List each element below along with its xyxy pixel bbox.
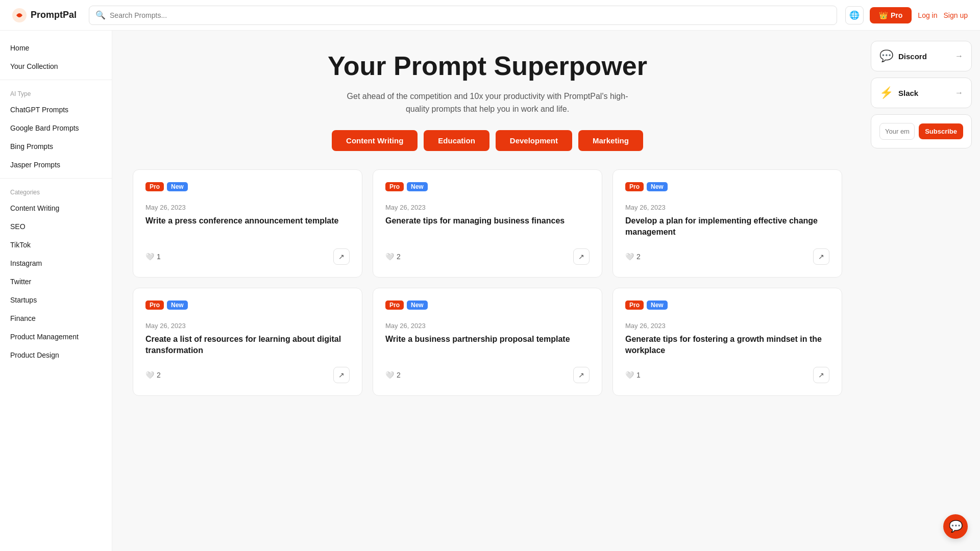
email-input[interactable] (879, 123, 915, 140)
badge-new: New (647, 182, 668, 191)
card-5-date: May 26, 2023 (385, 322, 590, 330)
badge-new: New (167, 182, 188, 191)
sidebar-item-tiktok[interactable]: TikTok (0, 236, 112, 254)
sidebar-item-startups[interactable]: Startups (0, 291, 112, 309)
card-6-badges: Pro New (625, 300, 829, 310)
sidebar-item-bing-prompts[interactable]: Bing Prompts (0, 137, 112, 156)
badge-pro: Pro (385, 300, 404, 310)
card-4-title: Create a list of resources for learning … (145, 334, 350, 357)
card-2-footer: 🤍 2 ↗ (385, 248, 590, 265)
layout: Home Your Collection AI Type ChatGPT Pro… (0, 31, 980, 551)
login-button[interactable]: Log in (918, 11, 937, 19)
card-2-share-button[interactable]: ↗ (573, 248, 590, 265)
card-1-share-button[interactable]: ↗ (333, 248, 350, 265)
hero-subtitle: Get ahead of the competition and 10x you… (345, 90, 630, 116)
heart-icon: 🤍 (385, 371, 394, 379)
share-icon: ↗ (338, 371, 345, 379)
slack-arrow-icon: → (955, 88, 963, 97)
card-2-likes[interactable]: 🤍 2 (385, 253, 401, 261)
card-3-likes[interactable]: 🤍 2 (625, 253, 641, 261)
sidebar-item-google-bard-prompts[interactable]: Google Bard Prompts (0, 119, 112, 137)
card-3-date: May 26, 2023 (625, 204, 829, 211)
sidebar-item-seo[interactable]: SEO (0, 217, 112, 236)
search-bar: 🔍 (89, 6, 837, 25)
badge-pro: Pro (385, 182, 404, 191)
card-5-likes[interactable]: 🤍 2 (385, 371, 401, 379)
sidebar-divider-2 (0, 178, 112, 179)
sidebar-item-product-design[interactable]: Product Design (0, 346, 112, 364)
category-pills: Content Writing Education Development Ma… (133, 130, 842, 151)
logo-icon (12, 8, 27, 22)
pill-development[interactable]: Development (496, 130, 572, 151)
card-1-like-count: 1 (157, 253, 161, 261)
share-icon: ↗ (818, 371, 824, 379)
sidebar-item-finance[interactable]: Finance (0, 309, 112, 328)
card-5-share-button[interactable]: ↗ (573, 367, 590, 383)
discord-card[interactable]: 💬 Discord → (871, 41, 972, 71)
sidebar-item-home[interactable]: Home (0, 39, 112, 57)
topbar-right: 🌐 👑 Pro Log in Sign up (845, 6, 968, 24)
logo[interactable]: PromptPal (12, 8, 77, 22)
slack-icon: ⚡ (879, 86, 893, 99)
card-1-badges: Pro New (145, 182, 350, 191)
subscribe-button[interactable]: Subscribe (919, 123, 963, 139)
pill-education[interactable]: Education (424, 130, 489, 151)
sidebar-item-instagram[interactable]: Instagram (0, 254, 112, 272)
card-6-date: May 26, 2023 (625, 322, 829, 330)
sidebar-item-product-management[interactable]: Product Management (0, 328, 112, 346)
card-6-footer: 🤍 1 ↗ (625, 367, 829, 383)
card-3: Pro New May 26, 2023 Develop a plan for … (612, 169, 842, 278)
signup-button[interactable]: Sign up (944, 11, 968, 19)
card-4-share-button[interactable]: ↗ (333, 367, 350, 383)
sidebar-item-content-writing[interactable]: Content Writing (0, 199, 112, 217)
card-2: Pro New May 26, 2023 Generate tips for m… (373, 169, 602, 278)
card-3-title: Develop a plan for implementing effectiv… (625, 215, 829, 238)
card-5-badges: Pro New (385, 300, 590, 310)
card-6-title: Generate tips for fostering a growth min… (625, 334, 829, 357)
card-1-likes[interactable]: 🤍 1 (145, 253, 161, 261)
sidebar-item-chatgpt-prompts[interactable]: ChatGPT Prompts (0, 101, 112, 119)
badge-new: New (407, 300, 428, 310)
card-4-footer: 🤍 2 ↗ (145, 367, 350, 383)
badge-pro: Pro (145, 300, 164, 310)
card-3-like-count: 2 (636, 253, 641, 261)
ai-type-label: AI Type (0, 84, 112, 101)
card-6: Pro New May 26, 2023 Generate tips for f… (612, 288, 842, 396)
search-input[interactable] (110, 11, 830, 19)
card-4-likes[interactable]: 🤍 2 (145, 371, 161, 379)
cards-grid: Pro New May 26, 2023 Write a press confe… (133, 169, 842, 396)
pill-content-writing[interactable]: Content Writing (332, 130, 418, 151)
sidebar: Home Your Collection AI Type ChatGPT Pro… (0, 31, 112, 551)
card-3-badges: Pro New (625, 182, 829, 191)
card-2-badges: Pro New (385, 182, 590, 191)
card-6-share-button[interactable]: ↗ (813, 367, 829, 383)
card-5-like-count: 2 (397, 371, 401, 379)
pill-marketing[interactable]: Marketing (578, 130, 643, 151)
sidebar-item-your-collection[interactable]: Your Collection (0, 57, 112, 76)
card-2-like-count: 2 (397, 253, 401, 261)
categories-label: Categories (0, 183, 112, 199)
main-content: Your Prompt Superpower Get ahead of the … (112, 31, 863, 551)
card-6-likes[interactable]: 🤍 1 (625, 371, 641, 379)
share-icon: ↗ (338, 253, 345, 261)
discord-left: 💬 Discord (879, 49, 927, 63)
discord-icon: 💬 (879, 49, 893, 63)
badge-new: New (647, 300, 668, 310)
sidebar-item-jasper-prompts[interactable]: Jasper Prompts (0, 156, 112, 174)
language-button[interactable]: 🌐 (845, 6, 864, 24)
hero-title: Your Prompt Superpower (133, 51, 842, 82)
card-4-date: May 26, 2023 (145, 322, 350, 330)
chat-fab-button[interactable]: 💬 (943, 514, 968, 539)
badge-new: New (167, 300, 188, 310)
card-1-title: Write a press conference announcement te… (145, 215, 350, 238)
badge-pro: Pro (625, 182, 644, 191)
right-panel: 💬 Discord → ⚡ Slack → Subscribe (863, 31, 980, 551)
heart-icon: 🤍 (145, 253, 154, 261)
pro-button[interactable]: 👑 Pro (870, 7, 912, 23)
heart-icon: 🤍 (625, 253, 634, 261)
chat-icon: 💬 (949, 520, 963, 533)
sidebar-item-twitter[interactable]: Twitter (0, 272, 112, 291)
slack-card[interactable]: ⚡ Slack → (871, 78, 972, 108)
card-3-share-button[interactable]: ↗ (813, 248, 829, 265)
share-icon: ↗ (578, 253, 584, 261)
